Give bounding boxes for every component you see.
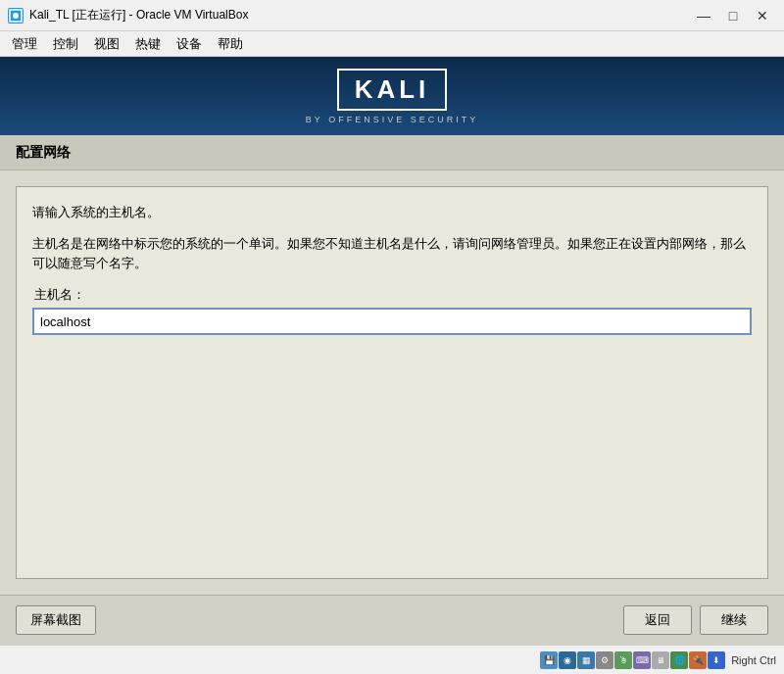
menu-bar: 管理 控制 视图 热键 设备 帮助	[0, 31, 784, 57]
window-controls: — □ ✕	[690, 5, 776, 26]
desc-text: 主机名是在网络中标示您的系统的一个单词。如果您不知道主机名是什么，请询问网络管理…	[32, 234, 752, 275]
installer-body: 请输入系统的主机名。 主机名是在网络中标示您的系统的一个单词。如果您不知道主机名…	[0, 170, 784, 595]
kali-logo-text: KALI	[355, 74, 430, 104]
back-button[interactable]: 返回	[623, 605, 692, 635]
status-icon-10[interactable]: ⬇	[708, 651, 725, 669]
svg-point-1	[13, 13, 19, 19]
window-title: Kali_TL [正在运行] - Oracle VM VirtualBox	[29, 7, 690, 24]
installer-title: 配置网络	[16, 144, 71, 160]
kali-logo: KALI BY OFFENSIVE SECURITY	[306, 69, 478, 124]
menu-view[interactable]: 视图	[86, 32, 127, 56]
installer-header: 配置网络	[0, 135, 784, 170]
status-icon-5[interactable]: 🖱	[614, 651, 632, 669]
installer-area: 配置网络 请输入系统的主机名。 主机名是在网络中标示您的系统的一个单词。如果您不…	[0, 135, 784, 645]
status-bar: 💾 ◉ ▦ ⚙ 🖱 ⌨ 🖥 🌐 🔌 ⬇ Right Ctrl	[0, 645, 784, 674]
menu-help[interactable]: 帮助	[210, 32, 251, 56]
status-icon-7[interactable]: 🖥	[652, 651, 669, 669]
kali-sub-text: BY OFFENSIVE SECURITY	[306, 115, 478, 124]
title-bar: Kali_TL [正在运行] - Oracle VM VirtualBox — …	[0, 0, 784, 31]
status-icons: 💾 ◉ ▦ ⚙ 🖱 ⌨ 🖥 🌐 🔌 ⬇	[540, 651, 725, 669]
status-icon-2[interactable]: ◉	[559, 651, 576, 669]
status-icon-9[interactable]: 🔌	[689, 651, 707, 669]
continue-button[interactable]: 继续	[700, 605, 768, 635]
status-icon-6[interactable]: ⌨	[633, 651, 651, 669]
menu-manage[interactable]: 管理	[4, 32, 45, 56]
menu-devices[interactable]: 设备	[169, 32, 210, 56]
content-box: 请输入系统的主机名。 主机名是在网络中标示您的系统的一个单词。如果您不知道主机名…	[16, 186, 768, 579]
app-icon	[8, 8, 24, 24]
status-icon-8[interactable]: 🌐	[670, 651, 688, 669]
intro-text: 请输入系统的主机名。	[32, 203, 752, 222]
status-icon-4[interactable]: ⚙	[596, 651, 613, 669]
maximize-button[interactable]: □	[719, 5, 747, 26]
status-icon-1[interactable]: 💾	[540, 651, 558, 669]
right-ctrl-label: Right Ctrl	[731, 654, 776, 666]
kali-banner: KALI BY OFFENSIVE SECURITY	[0, 57, 784, 135]
menu-hotkey[interactable]: 热键	[127, 32, 169, 56]
installer-footer: 屏幕截图 返回 继续	[0, 595, 784, 645]
hostname-label: 主机名：	[34, 286, 752, 304]
status-icon-3[interactable]: ▦	[577, 651, 595, 669]
nav-buttons: 返回 继续	[623, 605, 768, 635]
close-button[interactable]: ✕	[749, 5, 776, 26]
screenshot-button[interactable]: 屏幕截图	[16, 605, 96, 635]
kali-logo-box: KALI	[337, 69, 448, 111]
hostname-input[interactable]	[32, 308, 752, 335]
minimize-button[interactable]: —	[690, 5, 717, 26]
menu-control[interactable]: 控制	[45, 32, 86, 56]
vm-area: KALI BY OFFENSIVE SECURITY 配置网络 请输入系统的主机…	[0, 57, 784, 645]
hostname-field-group: 主机名：	[32, 286, 752, 335]
